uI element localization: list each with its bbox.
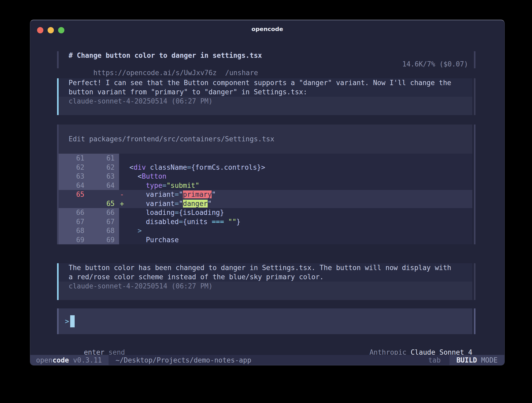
window-title: opencode <box>30 26 504 32</box>
footer-hints: enter send Anthropic Claude Sonnet 4 <box>57 339 475 348</box>
edit-file-title: Edit packages/frontend/src/containers/Se… <box>59 125 472 154</box>
prompt-input-block: > <box>57 308 475 334</box>
assistant-message: The button color has been changed to dan… <box>57 263 475 300</box>
session-header: # Change button color to danger in setti… <box>57 51 475 68</box>
working-directory: ~/Desktop/Projects/demo-notes-app <box>115 356 251 364</box>
tab-key-hint: tab <box>428 356 441 364</box>
app-version: v0.3.11 <box>69 356 102 364</box>
message-model-meta: claude-sonnet-4-20250514 (06:27 PM) <box>59 97 472 106</box>
session-title: # Change button color to danger in setti… <box>57 51 475 60</box>
message-text-line: button variant from "primary" to "danger… <box>59 87 472 97</box>
text-cursor <box>70 315 75 327</box>
message-background: Perfect! I can see that the Button compo… <box>59 78 472 115</box>
message-text-line: Perfect! I can see that the Button compo… <box>59 78 472 87</box>
app-name-open: open <box>36 356 53 364</box>
message-text-line: a red/rose color scheme instead of the b… <box>59 272 472 282</box>
opencode-window: opencode # Change button color to danger… <box>30 20 505 365</box>
unshare-command[interactable]: /unshare <box>225 69 258 77</box>
diff-row-added: 65 + variant="danger" <box>59 199 472 208</box>
message-model-meta: claude-sonnet-4-20250514 (06:27 PM) <box>59 282 472 291</box>
assistant-message: Perfect! I can see that the Button compo… <box>57 78 475 115</box>
diff-row: 6666 loading={isLoading} <box>59 208 472 217</box>
removed-word: primary <box>183 190 212 198</box>
input-right-border <box>474 308 475 334</box>
diff-row: 6262 <div className={formCs.controls}> <box>59 163 472 172</box>
diff-row: 6161 <box>59 154 472 163</box>
status-bar: opencode v0.3.11 ~/Desktop/Projects/demo… <box>30 355 504 365</box>
mode-name: BUILD <box>456 356 477 364</box>
app-name-code: code <box>53 356 69 364</box>
prompt-chevron: > <box>65 317 69 325</box>
diff-row: 6363 <Button <box>59 172 472 181</box>
diff-row: 6969 Purchase <box>59 235 472 245</box>
edit-tool-block: Edit packages/frontend/src/containers/Se… <box>57 125 475 244</box>
message-right-border <box>474 78 475 115</box>
removed-marker: - <box>120 190 124 199</box>
diff-row: 6464 type="submit" <box>59 181 472 190</box>
prompt-input[interactable]: > <box>59 308 472 334</box>
diff-row: 6767 disabled={units === ""} <box>59 217 472 226</box>
share-url[interactable]: https://opencode.ai/s/UwJxv76z <box>93 69 217 77</box>
diff-background: Edit packages/frontend/src/containers/Se… <box>59 125 472 244</box>
added-marker: + <box>120 199 124 208</box>
mode-segment[interactable]: BUILD MODE <box>449 355 504 365</box>
app-version-segment: opencode v0.3.11 <box>30 355 109 365</box>
mode-label: MODE <box>477 356 498 364</box>
message-text-line: The button color has been changed to dan… <box>59 263 472 272</box>
edit-right-border <box>474 125 475 244</box>
token-usage: 14.6K/7% ($0.07) <box>402 60 468 69</box>
diff-row-removed: 65 - variant="primary" <box>59 190 472 199</box>
diff-row: 6868 > <box>59 226 472 235</box>
message-background: The button color has been changed to dan… <box>59 263 472 300</box>
added-word: danger <box>183 200 208 208</box>
message-right-border <box>474 263 475 300</box>
